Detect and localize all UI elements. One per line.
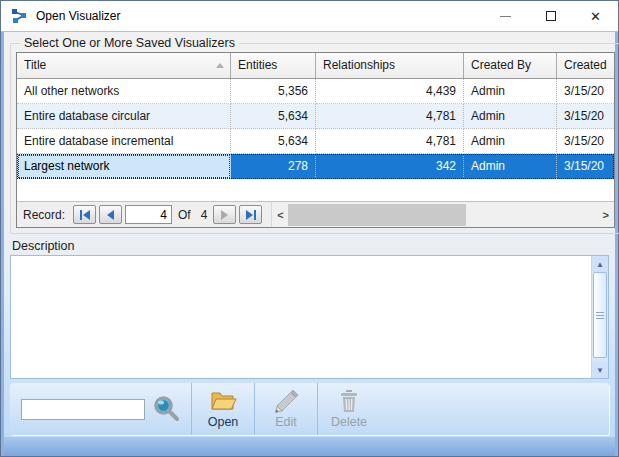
delete-button[interactable]: Delete [320, 383, 378, 435]
last-record-button[interactable] [239, 205, 262, 224]
last-record-icon [246, 210, 256, 220]
first-record-icon [80, 210, 90, 220]
sort-ascending-icon [216, 63, 224, 68]
minimize-icon [500, 16, 511, 17]
edit-label: Edit [275, 415, 297, 429]
toolbar-separator [254, 383, 255, 435]
table-row[interactable]: All other networks 5,356 4,439 Admin 3/1… [17, 79, 614, 104]
cell-entities: 5,634 [231, 104, 316, 129]
column-header-title[interactable]: Title [17, 53, 231, 78]
cell-created-by: Admin [464, 104, 557, 129]
cell-relationships: 342 [316, 154, 464, 179]
close-icon: ✕ [590, 10, 601, 23]
cell-title: Entire database incremental [17, 129, 231, 154]
window-title: Open Visualizer [36, 9, 121, 23]
grid-empty-area [17, 179, 614, 201]
cell-entities: 5,356 [231, 79, 316, 104]
table-row-selected[interactable]: Largest network 278 342 Admin 3/15/20 [17, 154, 614, 179]
search-icon [151, 393, 181, 423]
column-header-created-by[interactable]: Created By [464, 53, 557, 78]
window-bottom-frame [4, 437, 615, 456]
column-header-relationships[interactable]: Relationships [316, 53, 464, 78]
maximize-icon [546, 11, 556, 21]
dialog-content: Select One or More Saved Visualizers Tit… [1, 32, 618, 456]
cell-created-by: Admin [464, 129, 557, 154]
table-row[interactable]: Entire database circular 5,634 4,781 Adm… [17, 104, 614, 129]
horizontal-scrollbar-thumb[interactable] [288, 204, 466, 226]
cell-title: Entire database circular [17, 104, 231, 129]
cell-created-by: Admin [464, 79, 557, 104]
groupbox-label: Select One or More Saved Visualizers [20, 36, 239, 50]
pencil-icon [272, 388, 300, 414]
cell-title: All other networks [17, 79, 231, 104]
horizontal-scrollbar[interactable]: < > [271, 202, 613, 227]
record-number-input[interactable] [125, 205, 172, 224]
titlebar: Open Visualizer ✕ [1, 1, 618, 32]
record-navigator: Record: Of 4 [17, 201, 614, 227]
minimize-button[interactable] [483, 1, 528, 31]
scroll-down-icon[interactable]: ▼ [592, 362, 608, 378]
visualizers-grid: Title Entities Relationships Created By … [16, 52, 615, 228]
open-folder-icon [209, 388, 237, 414]
cell-created: 3/15/20 [557, 104, 614, 129]
cell-relationships: 4,781 [316, 104, 464, 129]
description-textarea[interactable] [11, 256, 591, 378]
network-app-icon [11, 8, 27, 24]
cell-title-focused: Largest network [17, 154, 231, 179]
toolbar-separator [191, 383, 192, 435]
cell-created-by: Admin [464, 154, 557, 179]
maximize-button[interactable] [528, 1, 573, 31]
record-of-label: Of [178, 208, 191, 222]
search-input[interactable] [21, 399, 145, 420]
search-button[interactable] [151, 393, 181, 426]
previous-record-icon [107, 210, 114, 220]
description-label: Description [12, 239, 615, 253]
cell-entities: 278 [231, 154, 316, 179]
cell-created: 3/15/20 [557, 154, 614, 179]
previous-record-button[interactable] [99, 205, 122, 224]
next-record-button[interactable] [213, 205, 236, 224]
cell-relationships: 4,439 [316, 79, 464, 104]
vertical-scrollbar[interactable]: ▲ ▼ [591, 256, 608, 378]
column-header-entities[interactable]: Entities [231, 53, 316, 78]
description-box: ▲ ▼ [10, 255, 609, 379]
next-record-icon [221, 210, 228, 220]
cell-created: 3/15/20 [557, 129, 614, 154]
scroll-up-icon[interactable]: ▲ [592, 256, 608, 272]
cell-entities: 5,634 [231, 129, 316, 154]
cell-created: 3/15/20 [557, 79, 614, 104]
grid-header-row: Title Entities Relationships Created By … [17, 53, 614, 79]
delete-label: Delete [331, 415, 367, 429]
edit-button[interactable]: Edit [257, 383, 315, 435]
scroll-left-icon[interactable]: < [272, 209, 288, 221]
open-visualizer-dialog: Open Visualizer ✕ Select One or More Sav… [0, 0, 619, 457]
vertical-scrollbar-thumb[interactable] [593, 272, 607, 358]
cell-relationships: 4,781 [316, 129, 464, 154]
toolbar-separator [317, 383, 318, 435]
close-button[interactable]: ✕ [573, 1, 618, 31]
record-total-label: 4 [201, 208, 208, 222]
open-button[interactable]: Open [194, 383, 252, 435]
trash-icon [335, 388, 363, 414]
bottom-toolbar: Open Edit [10, 383, 609, 435]
open-label: Open [208, 415, 239, 429]
column-header-created[interactable]: Created [557, 53, 614, 78]
saved-visualizers-groupbox: Select One or More Saved Visualizers Tit… [10, 36, 619, 234]
first-record-button[interactable] [73, 205, 96, 224]
scroll-right-icon[interactable]: > [598, 209, 614, 221]
record-label: Record: [23, 208, 65, 222]
table-row[interactable]: Entire database incremental 5,634 4,781 … [17, 129, 614, 154]
